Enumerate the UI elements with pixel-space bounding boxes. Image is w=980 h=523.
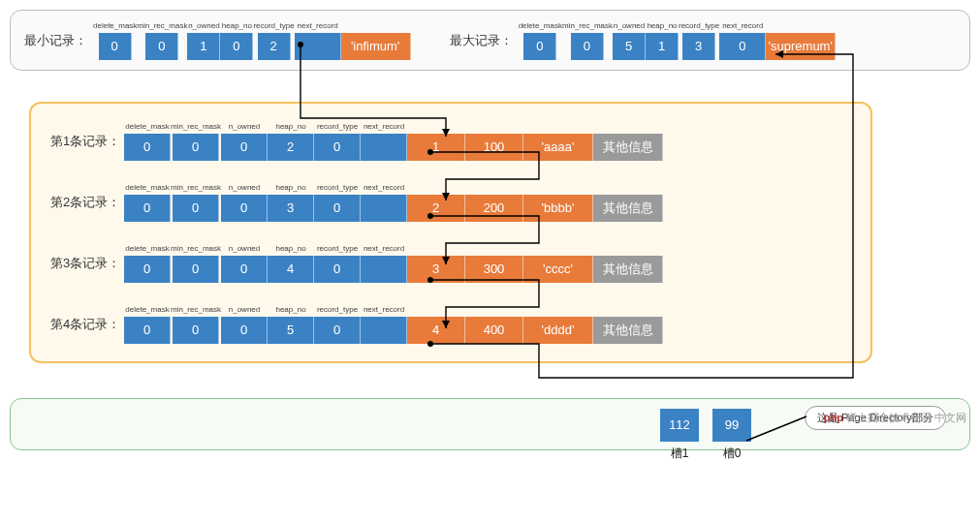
- cell: 0: [523, 33, 556, 60]
- cell: 1: [407, 134, 465, 161]
- cell: 0: [124, 256, 171, 283]
- column-header: delete_mask: [125, 304, 169, 316]
- cell: [361, 317, 407, 344]
- column-header: heap_no: [222, 20, 252, 32]
- column-header: record_type: [679, 20, 719, 32]
- min-record-label: 最小记录：: [24, 32, 87, 49]
- cell: 200: [465, 195, 523, 222]
- record-label: 第1条记录：: [50, 133, 124, 150]
- column-header: record_type: [317, 121, 358, 133]
- cell: 0: [173, 134, 219, 161]
- cell: 5: [268, 317, 314, 344]
- column-header: record_type: [317, 243, 358, 255]
- column-header: delete_mask: [125, 121, 169, 133]
- cell: 1: [646, 33, 679, 60]
- cell: [361, 256, 407, 283]
- cell: 0: [124, 134, 171, 161]
- cell: 0: [220, 33, 253, 60]
- record-tag: 'supremum': [766, 33, 836, 60]
- column-header: delete_mask: [125, 243, 169, 255]
- column-header: delete_mask: [93, 20, 137, 32]
- column-header: next_record: [364, 304, 404, 316]
- infimum-supremum-box: 最小记录： delete_mask0min_rec_mask0n_owned1h…: [10, 10, 970, 71]
- cell: 5: [613, 33, 646, 60]
- max-record-label: 最大记录：: [450, 32, 513, 49]
- cell: 0: [173, 195, 219, 222]
- records-box: 第1条记录：delete_mask0min_rec_mask0n_owned0h…: [29, 102, 872, 363]
- column-header: delete_mask: [125, 182, 169, 194]
- cell: 0: [314, 134, 361, 161]
- cell: 0: [124, 195, 171, 222]
- slot-1: 112: [660, 409, 699, 442]
- max-record: delete_mask0min_rec_mask0n_owned5heap_no…: [519, 20, 837, 60]
- cell: 0: [124, 317, 171, 344]
- column-header: heap_no: [275, 121, 305, 133]
- cell: 300: [465, 256, 523, 283]
- column-header: min_rec_mask: [171, 243, 221, 255]
- column-header: heap_no: [647, 20, 677, 32]
- cell: [361, 195, 407, 222]
- cell: 0: [145, 33, 178, 60]
- column-header: next_record: [298, 20, 338, 32]
- cell: 0: [314, 317, 361, 344]
- cell: 0: [719, 33, 766, 60]
- cell: 2: [268, 134, 314, 161]
- cell: 'bbbb': [523, 195, 593, 222]
- column-header: next_record: [364, 121, 404, 133]
- cell: 0: [99, 33, 132, 60]
- cell: 2: [407, 195, 465, 222]
- column-header: record_type: [317, 182, 358, 194]
- cell: 400: [465, 317, 523, 344]
- cell: 0: [221, 134, 268, 161]
- cell: 0: [173, 256, 219, 283]
- column-header: heap_no: [275, 243, 305, 255]
- cell: 0: [173, 317, 219, 344]
- watermark: php 稀土掘金技术社区 中文网: [824, 411, 966, 425]
- cell: 'aaaa': [523, 134, 593, 161]
- column-header: min_rec_mask: [171, 182, 221, 194]
- cell: 其他信息: [593, 134, 663, 161]
- column-header: record_type: [253, 20, 294, 32]
- record-label: 第4条记录：: [50, 316, 124, 333]
- column-header: n_owned: [229, 182, 260, 194]
- column-header: min_rec_mask: [171, 304, 221, 316]
- column-header: n_owned: [188, 20, 219, 32]
- column-header: next_record: [722, 20, 763, 32]
- cell: 'cccc': [523, 256, 593, 283]
- record-row: 第2条记录：delete_mask0min_rec_mask0n_owned0h…: [50, 182, 851, 222]
- slot-0: 99: [712, 409, 751, 442]
- column-header: record_type: [317, 304, 358, 316]
- cell: [295, 33, 341, 60]
- column-header: heap_no: [275, 304, 305, 316]
- column-header: heap_no: [275, 182, 305, 194]
- record-label: 第2条记录：: [50, 194, 124, 211]
- cell: 3: [407, 256, 465, 283]
- column-header: n_owned: [614, 20, 645, 32]
- cell: 3: [268, 195, 314, 222]
- record-row: 第3条记录：delete_mask0min_rec_mask0n_owned0h…: [50, 243, 851, 283]
- column-header: n_owned: [229, 121, 260, 133]
- record-label: 第3条记录：: [50, 255, 124, 272]
- cell: 0: [221, 195, 268, 222]
- cell: 其他信息: [593, 195, 663, 222]
- cell: 'dddd': [523, 317, 593, 344]
- column-header: min_rec_mask: [171, 121, 221, 133]
- column-header: n_owned: [229, 243, 260, 255]
- cell: 0: [221, 256, 268, 283]
- min-record: delete_mask0min_rec_mask0n_owned1heap_no…: [93, 20, 411, 60]
- record-row: 第1条记录：delete_mask0min_rec_mask0n_owned0h…: [50, 121, 851, 161]
- cell: 其他信息: [593, 317, 663, 344]
- cell: 1: [187, 33, 220, 60]
- column-header: delete_mask: [519, 20, 562, 32]
- column-header: next_record: [364, 182, 404, 194]
- cell: 0: [221, 317, 268, 344]
- cell: 2: [258, 33, 291, 60]
- column-header: min_rec_mask: [562, 20, 613, 32]
- record-tag: 'infimum': [341, 33, 411, 60]
- cell: 4: [407, 317, 465, 344]
- cell: 100: [465, 134, 523, 161]
- cell: [361, 134, 407, 161]
- column-header: next_record: [364, 243, 404, 255]
- cell: 0: [314, 195, 361, 222]
- slot-1-label: 槽1: [660, 446, 699, 460]
